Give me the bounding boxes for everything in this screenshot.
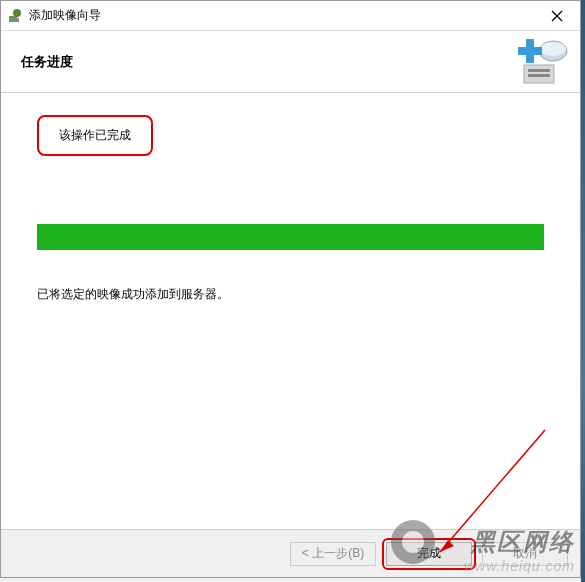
svg-point-1 bbox=[13, 9, 21, 17]
cancel-button: 取消 bbox=[482, 542, 568, 566]
wizard-icon bbox=[518, 37, 568, 87]
button-bar: < 上一步(B) 完成 取消 bbox=[1, 529, 580, 577]
svg-rect-2 bbox=[13, 18, 19, 22]
header-section: 任务进度 bbox=[1, 31, 580, 93]
status-highlight: 该操作已完成 bbox=[37, 115, 153, 156]
close-icon bbox=[551, 10, 563, 22]
titlebar: 添加映像向导 bbox=[1, 1, 580, 31]
window-title: 添加映像向导 bbox=[29, 7, 534, 24]
app-icon bbox=[7, 8, 23, 24]
edge-decoration bbox=[581, 0, 585, 582]
svg-rect-8 bbox=[518, 47, 542, 55]
back-button: < 上一步(B) bbox=[290, 542, 376, 566]
header-title: 任务进度 bbox=[1, 53, 73, 71]
close-button[interactable] bbox=[534, 1, 580, 31]
svg-rect-10 bbox=[528, 69, 550, 72]
content-area: 该操作已完成 已将选定的映像成功添加到服务器。 bbox=[1, 93, 580, 529]
progress-bar bbox=[37, 224, 544, 250]
svg-rect-11 bbox=[528, 74, 550, 77]
status-text: 该操作已完成 bbox=[47, 119, 143, 152]
wizard-window: 添加映像向导 任务进度 该操作已完成 已将选定的映像 bbox=[0, 0, 581, 578]
svg-point-6 bbox=[540, 42, 566, 56]
message-text: 已将选定的映像成功添加到服务器。 bbox=[37, 286, 544, 303]
watermark-logo bbox=[391, 520, 435, 564]
